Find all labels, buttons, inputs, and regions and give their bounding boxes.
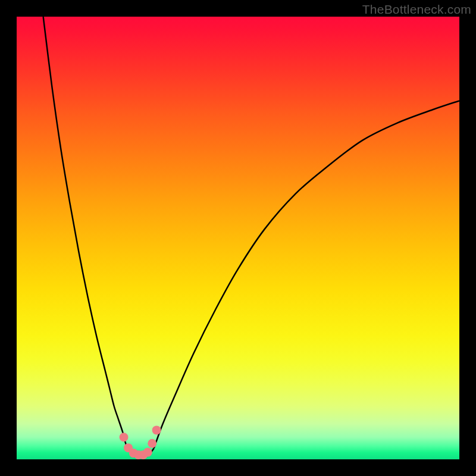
chart-frame: TheBottleneck.com (0, 0, 476, 476)
watermark-text: TheBottleneck.com (362, 2, 471, 17)
bottleneck-curve-chart (17, 17, 459, 459)
right-curve-line (154, 101, 459, 448)
left-curve-line (43, 17, 127, 448)
plot-area (17, 17, 459, 459)
valley-dot (120, 433, 129, 441)
valley-dot (148, 439, 156, 448)
valley-dot (143, 448, 152, 457)
valley-dot (152, 425, 161, 434)
